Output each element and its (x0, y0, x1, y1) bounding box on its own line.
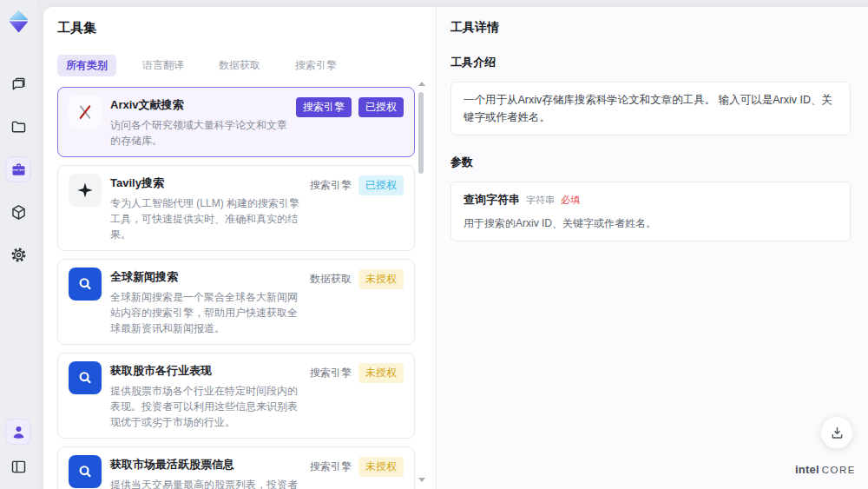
tab-all-categories[interactable]: 所有类别 (57, 55, 116, 76)
tool-intro-text: 一个用于从Arxiv存储库搜索科学论文和文章的工具。 输入可以是Arxiv ID… (464, 94, 832, 123)
folder-icon[interactable] (6, 115, 30, 139)
tool-description: 访问各个研究领域大量科学论文和文章的存储库。 (110, 117, 287, 149)
tool-name: Arxiv文献搜索 (110, 97, 287, 113)
tool-card-global-news[interactable]: 全球新闻搜索 全球新闻搜索是一个聚合全球各大新闻网站内容的搜索引擎，帮助用户快速… (57, 259, 415, 345)
download-icon (829, 425, 845, 441)
category-badge: 搜索引擎 (296, 97, 352, 117)
tab-language-translation[interactable]: 语言翻译 (134, 55, 193, 76)
search-icon (69, 455, 102, 488)
tab-data-fetch[interactable]: 数据获取 (210, 55, 269, 76)
category-label: 搜索引擎 (310, 178, 352, 193)
sparkle-star-icon (69, 174, 102, 207)
toolbox-icon[interactable] (6, 157, 30, 182)
intel-core-logo: intel CORE (795, 463, 856, 476)
param-card: 查询字符串 字符串 必填 用于搜索的Arxiv ID、关键字或作者姓名。 (450, 182, 851, 241)
download-button[interactable] (820, 416, 853, 449)
list-scrollbar[interactable] (418, 82, 424, 482)
category-label: 搜索引擎 (310, 366, 352, 380)
scroll-down-arrow-icon[interactable] (418, 478, 425, 482)
tool-name: 全球新闻搜索 (110, 269, 301, 285)
tool-name: Tavily搜索 (110, 175, 301, 191)
cube-icon[interactable] (6, 200, 30, 224)
page-title: 工具集 (57, 20, 415, 36)
rail-nav (6, 72, 30, 267)
brand-primary: intel (795, 463, 819, 476)
tool-description: 提供当天交易量最高的股票列表，投资者可以利用这些信息来识别流动性强的股票和潜在的… (110, 477, 301, 489)
tool-list-panel: 工具集 所有类别 语言翻译 数据获取 搜索引擎 A (43, 7, 436, 489)
tool-card-tavily[interactable]: Tavily搜索 专为人工智能代理 (LLM) 构建的搜索引擎工具，可快速提供实… (57, 165, 415, 251)
left-rail (0, 0, 36, 489)
rail-bottom (6, 420, 30, 479)
category-label: 数据获取 (310, 272, 352, 287)
tool-card-active-stocks[interactable]: 获取市场最活跃股票信息 提供当天交易量最高的股票列表，投资者可以利用这些信息来识… (57, 446, 415, 489)
tool-description: 专为人工智能代理 (LLM) 构建的搜索引擎工具，可快速提供实时、准确和真实的结… (110, 195, 301, 242)
intro-heading: 工具介绍 (450, 55, 851, 70)
tool-list: Arxiv文献搜索 访问各个研究领域大量科学论文和文章的存储库。 搜索引擎 已授… (57, 87, 415, 489)
tool-card-arxiv[interactable]: Arxiv文献搜索 访问各个研究领域大量科学论文和文章的存储库。 搜索引擎 已授… (57, 87, 415, 157)
param-name: 查询字符串 (464, 191, 520, 209)
chat-icon[interactable] (6, 72, 30, 96)
search-icon (69, 268, 102, 301)
category-label: 搜索引擎 (310, 459, 352, 474)
scroll-up-arrow-icon[interactable] (418, 82, 425, 86)
auth-status-badge: 已授权 (358, 97, 404, 117)
main-content: 工具集 所有类别 语言翻译 数据获取 搜索引擎 A (43, 7, 868, 489)
app-logo-gem-icon[interactable] (7, 9, 30, 34)
tool-card-stock-sectors[interactable]: 获取股市各行业表现 提供股票市场各个行业在特定时间段内的表现。投资者可以利用这些… (57, 353, 415, 439)
tab-search-engine[interactable]: 搜索引擎 (286, 55, 345, 76)
param-description: 用于搜索的Arxiv ID、关键字或作者姓名。 (464, 215, 838, 232)
tool-name: 获取市场最活跃股票信息 (110, 457, 301, 472)
category-tabs: 所有类别 语言翻译 数据获取 搜索引擎 (57, 55, 415, 76)
detail-title: 工具详情 (450, 20, 851, 36)
tool-name: 获取股市各行业表现 (110, 363, 301, 379)
brand-secondary: CORE (822, 465, 856, 475)
tool-intro-card: 一个用于从Arxiv存储库搜索科学论文和文章的工具。 输入可以是Arxiv ID… (450, 82, 851, 135)
tool-description: 全球新闻搜索是一个聚合全球各大新闻网站内容的搜索引擎，帮助用户快速获取全球最新资… (110, 289, 301, 336)
layout-panel-icon[interactable] (6, 454, 30, 479)
settings-icon[interactable] (6, 242, 30, 267)
app-window: 工具集 所有类别 语言翻译 数据获取 搜索引擎 A (0, 0, 868, 489)
param-type: 字符串 (526, 193, 555, 208)
arxiv-logo-icon (69, 96, 102, 129)
auth-status-badge: 未授权 (358, 269, 404, 289)
user-icon[interactable] (6, 420, 30, 444)
search-icon (69, 361, 102, 394)
tool-description: 提供股票市场各个行业在特定时间段内的表现。投资者可以利用这些信息来识别表现优于或… (110, 383, 301, 430)
auth-status-badge: 已授权 (358, 175, 404, 195)
auth-status-badge: 未授权 (358, 363, 404, 383)
param-required-badge: 必填 (561, 193, 580, 208)
tool-detail-panel: 工具详情 工具介绍 一个用于从Arxiv存储库搜索科学论文和文章的工具。 输入可… (436, 7, 868, 489)
auth-status-badge: 未授权 (358, 457, 404, 477)
params-heading: 参数 (450, 155, 851, 170)
scrollbar-thumb[interactable] (418, 92, 424, 174)
